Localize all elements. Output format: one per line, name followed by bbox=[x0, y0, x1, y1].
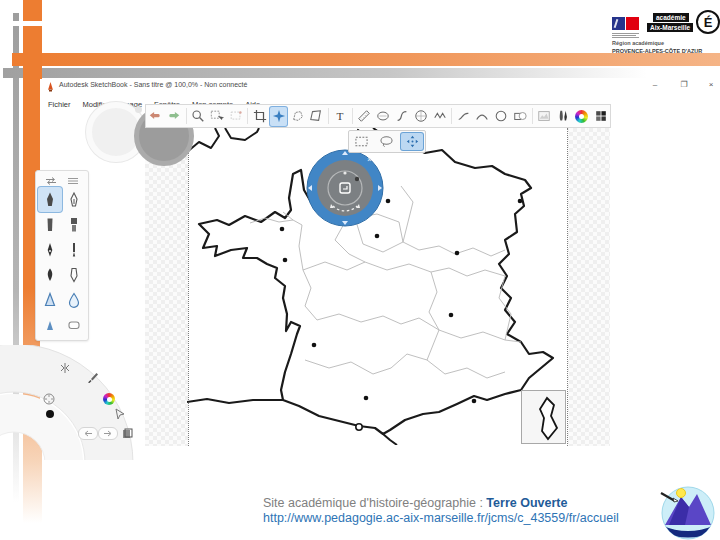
brush-water-drop[interactable] bbox=[62, 287, 86, 312]
academy-name-line1: académie bbox=[653, 13, 689, 22]
color-swatch-icon[interactable] bbox=[43, 407, 57, 421]
flag-caption-line bbox=[612, 33, 639, 34]
brush-felt-pen[interactable] bbox=[62, 262, 86, 287]
selection-tool-icon[interactable] bbox=[270, 107, 287, 126]
brush-eraser[interactable] bbox=[62, 312, 86, 337]
restore-button[interactable]: ❐ bbox=[677, 80, 691, 89]
brush-ink-pen[interactable] bbox=[38, 262, 62, 287]
polyline-select-icon[interactable] bbox=[289, 107, 306, 126]
brush-chisel-marker[interactable] bbox=[38, 212, 62, 237]
city-marker bbox=[472, 399, 477, 404]
spain-coastline bbox=[187, 399, 283, 403]
city-marker bbox=[364, 396, 369, 401]
undo-icon[interactable] bbox=[78, 427, 98, 440]
academy-letter-badge: É bbox=[696, 10, 720, 34]
puck-top-dot bbox=[343, 171, 346, 174]
toolbar-separator bbox=[247, 108, 248, 124]
brush-pencil[interactable] bbox=[38, 187, 62, 212]
city-marker bbox=[280, 227, 285, 232]
region-name-label: PROVENCE-ALPES-CÔTE D'AZUR bbox=[612, 48, 702, 54]
svg-text:T: T bbox=[337, 110, 344, 122]
flag-caption-line bbox=[612, 37, 639, 38]
city-marker bbox=[312, 343, 317, 348]
england-coastline-2 bbox=[225, 128, 259, 140]
city-marker bbox=[449, 313, 454, 318]
menu-fichier[interactable]: Fichier bbox=[42, 99, 77, 110]
city-marker bbox=[455, 251, 460, 256]
city-marker bbox=[518, 199, 523, 204]
puck-close-icon[interactable]: × bbox=[367, 155, 372, 164]
move-selection-icon[interactable] bbox=[401, 133, 423, 150]
redo-icon[interactable] bbox=[166, 107, 183, 126]
selection-mini-toolbar bbox=[348, 130, 426, 153]
puck-dot bbox=[135, 106, 142, 113]
lagoon-menu bbox=[0, 345, 152, 460]
text-icon[interactable]: T bbox=[332, 107, 349, 126]
caption-site-name: Terre Ouverte bbox=[486, 496, 567, 510]
flag-caption-line bbox=[612, 35, 636, 36]
lasso-select-icon[interactable] bbox=[376, 133, 398, 150]
color-wheel-icon[interactable] bbox=[573, 107, 590, 126]
color-wheel-icon[interactable] bbox=[102, 392, 116, 406]
brush-airbrush[interactable] bbox=[38, 312, 62, 337]
rectangle-select-icon[interactable] bbox=[351, 133, 373, 150]
undo-icon[interactable] bbox=[147, 107, 164, 126]
circle-tool-icon[interactable] bbox=[493, 107, 510, 126]
arc-icon[interactable] bbox=[474, 107, 491, 126]
caption-prefix: Site académique d'histoire-géographie : bbox=[263, 496, 486, 510]
distort-icon[interactable] bbox=[308, 107, 325, 126]
french-flag-blue bbox=[612, 17, 625, 30]
window-title: Autodesk SketchBook - Sans titre @ 100,0… bbox=[59, 81, 247, 88]
crop-icon[interactable] bbox=[251, 107, 268, 126]
spain-med-coastline bbox=[383, 434, 397, 445]
symmetry-icon[interactable] bbox=[58, 361, 72, 375]
toolbar-separator bbox=[186, 108, 187, 124]
toolbar-separator bbox=[451, 108, 452, 124]
transform-puck[interactable]: × bbox=[297, 140, 393, 236]
site-url[interactable]: http://www.pedagogie.ac-aix-marseille.fr… bbox=[263, 511, 619, 526]
puck-handle-dot[interactable] bbox=[355, 177, 359, 181]
window-titlebar[interactable]: Autodesk SketchBook - Sans titre @ 100,0… bbox=[40, 79, 718, 94]
zigzag-icon[interactable] bbox=[431, 107, 448, 126]
french-curve-icon[interactable] bbox=[394, 107, 411, 126]
zoom-icon[interactable] bbox=[190, 107, 207, 126]
s-curve-icon[interactable] bbox=[455, 107, 472, 126]
copic-library-icon[interactable] bbox=[592, 107, 609, 126]
brush-pair-icon[interactable] bbox=[555, 107, 572, 126]
import-image-icon[interactable] bbox=[536, 107, 553, 126]
brush-scratch-pencil[interactable] bbox=[62, 187, 86, 212]
puck-icon[interactable] bbox=[42, 392, 56, 406]
brush-icon[interactable] bbox=[86, 371, 100, 385]
shapes-icon[interactable] bbox=[512, 107, 529, 126]
sketchbook-app-icon bbox=[46, 82, 55, 92]
slide: académie Aix-Marseille É Région académiq… bbox=[0, 0, 720, 540]
deselect-icon[interactable] bbox=[228, 107, 245, 126]
footer-caption: Site académique d'histoire-géographie : … bbox=[263, 496, 619, 526]
toolbar-separator bbox=[352, 108, 353, 124]
andorra-circle bbox=[356, 424, 362, 430]
layers-icon[interactable] bbox=[120, 427, 134, 441]
region-academique-label: Région académique bbox=[612, 40, 664, 46]
perspective-icon[interactable] bbox=[412, 107, 429, 126]
brush-ballpoint-pen[interactable] bbox=[38, 237, 62, 262]
brush-fine-liner[interactable] bbox=[62, 237, 86, 262]
brush-marker[interactable] bbox=[62, 212, 86, 237]
close-button[interactable]: × bbox=[704, 80, 718, 89]
select-cursor-icon[interactable] bbox=[209, 107, 226, 126]
toolbar-separator bbox=[328, 108, 329, 124]
canvas-viewport[interactable]: × bbox=[145, 128, 610, 446]
cursor-icon[interactable] bbox=[113, 407, 127, 421]
redo-icon[interactable] bbox=[98, 427, 118, 440]
brush-flood-fill[interactable] bbox=[38, 287, 62, 312]
ruler-icon[interactable] bbox=[356, 107, 373, 126]
minimize-button[interactable]: – bbox=[648, 80, 662, 89]
academy-name-line2: Aix-Marseille bbox=[647, 23, 693, 32]
decor-horizontal-gray-bar bbox=[3, 68, 703, 78]
main-toolbar: T bbox=[145, 104, 611, 128]
terre-ouverte-logo bbox=[659, 485, 717, 540]
city-marker bbox=[283, 258, 288, 263]
ellipse-guide-icon[interactable] bbox=[375, 107, 392, 126]
brush-palette bbox=[35, 170, 89, 341]
french-flag-red bbox=[626, 17, 639, 30]
academie-logo: académie Aix-Marseille É Région académiq… bbox=[610, 10, 720, 58]
